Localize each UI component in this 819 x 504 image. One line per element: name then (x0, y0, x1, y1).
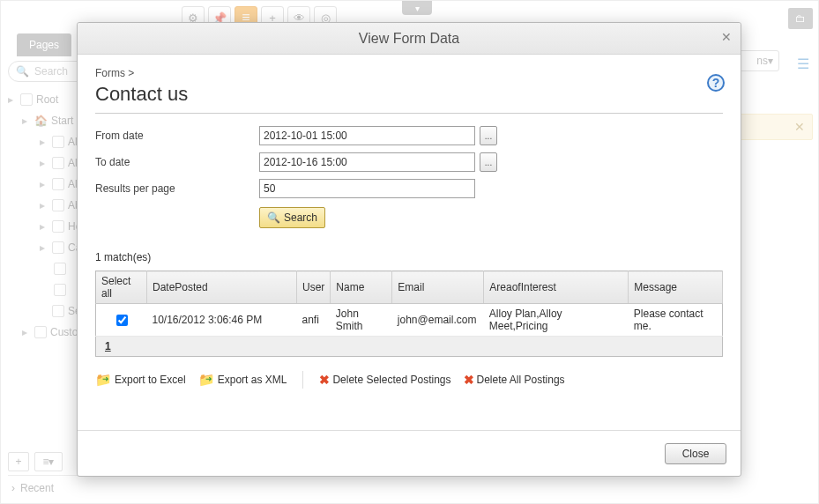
results-per-page-input[interactable] (259, 179, 475, 198)
cell-email: john@email.com (392, 304, 484, 337)
col-email[interactable]: Email (392, 271, 484, 304)
cell-user: anfi (297, 304, 331, 337)
col-area[interactable]: AreaofInterest (484, 271, 629, 304)
search-button[interactable]: 🔍 Search (259, 207, 325, 228)
divider (95, 113, 723, 114)
page-1-link[interactable]: 1 (105, 340, 111, 352)
folder-icon[interactable]: 🗀 (788, 8, 813, 29)
cell-message: Please contact me. (629, 304, 723, 337)
dialog-footer: Close (78, 430, 741, 476)
search-icon: 🔍 (267, 211, 280, 224)
delete-icon: ✖ (319, 373, 330, 387)
delete-selected-button[interactable]: ✖ Delete Selected Postings (319, 373, 450, 387)
cell-name: John Smith (331, 304, 392, 337)
search-button-label: Search (284, 211, 317, 224)
cell-date: 10/16/2012 3:06:46 PM (147, 304, 297, 337)
page-title: Contact us (95, 83, 723, 106)
from-date-picker-button[interactable]: ... (480, 126, 497, 145)
dialog-title: View Form Data (359, 31, 459, 47)
separator (302, 371, 303, 389)
menu-button[interactable]: ≡▾ (34, 452, 63, 471)
export-xml-button[interactable]: 📁 Export as XML (198, 372, 287, 388)
pager-row: 1 (96, 337, 723, 357)
row-checkbox[interactable] (116, 315, 128, 326)
from-date-input[interactable] (259, 126, 475, 145)
tab-pages[interactable]: Pages (17, 33, 71, 56)
delete-all-button[interactable]: ✖ Delete All Postings (464, 373, 565, 387)
add-button[interactable]: + (8, 452, 29, 471)
col-user[interactable]: User (297, 271, 331, 304)
close-icon[interactable]: ✕ (794, 120, 805, 134)
cell-area: Alloy Plan,Alloy Meet,Pricing (484, 304, 629, 337)
top-dropdown-handle[interactable]: ▾ (402, 1, 432, 15)
match-count: 1 match(es) (95, 251, 723, 263)
col-name[interactable]: Name (331, 271, 392, 304)
search-icon: 🔍 (16, 65, 29, 78)
delete-icon: ✖ (464, 373, 474, 387)
export-icon: 📁 (95, 372, 112, 388)
dialog-header: View Form Data ✕ (78, 23, 741, 55)
export-icon: 📁 (198, 372, 215, 388)
results-per-page-label: Results per page (95, 182, 259, 195)
dialog-body: Forms > Contact us ? From date ... To da… (78, 55, 741, 432)
recent-panel[interactable]: ›Recent (8, 475, 224, 500)
to-date-input[interactable] (259, 152, 475, 172)
close-button[interactable]: Close (665, 443, 726, 464)
to-date-label: To date (95, 156, 259, 168)
to-date-picker-button[interactable]: ... (480, 152, 497, 172)
col-select-all[interactable]: Select all (96, 271, 147, 304)
search-placeholder: Search (34, 65, 68, 78)
bottom-toolbar: + ≡▾ (8, 452, 63, 471)
export-excel-button[interactable]: 📁 Export to Excel (95, 372, 186, 388)
close-icon[interactable]: ✕ (721, 30, 732, 44)
help-icon[interactable]: ? (707, 74, 725, 92)
col-date-posted[interactable]: DatePosted (147, 271, 297, 304)
view-form-data-dialog: View Form Data ✕ Forms > Contact us ? Fr… (77, 22, 741, 477)
results-table: Select all DatePosted User Name Email Ar… (95, 271, 723, 357)
col-message[interactable]: Message (629, 271, 723, 304)
action-bar: 📁 Export to Excel 📁 Export as XML ✖ Dele… (95, 371, 723, 389)
table-row[interactable]: 10/16/2012 3:06:46 PM anfi John Smith jo… (96, 304, 723, 337)
breadcrumb[interactable]: Forms > (95, 67, 723, 79)
from-date-label: From date (95, 130, 259, 142)
list-view-icon[interactable]: ☰ (797, 56, 809, 72)
